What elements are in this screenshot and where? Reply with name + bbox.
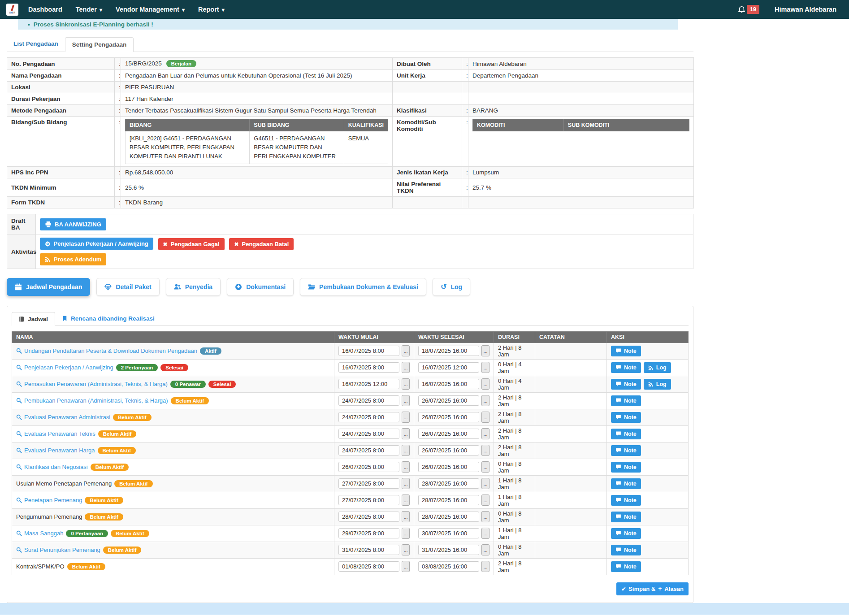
tab-penyedia[interactable]: Penyedia bbox=[166, 278, 221, 296]
waktu-mulai-input[interactable] bbox=[338, 462, 399, 472]
note-button[interactable]: Note bbox=[611, 379, 641, 390]
schedule-item-link[interactable]: Pemasukan Penawaran (Administrasi, Tekni… bbox=[24, 381, 168, 387]
note-button[interactable]: Note bbox=[611, 412, 641, 423]
note-button[interactable]: Note bbox=[611, 362, 641, 373]
note-button[interactable]: Note bbox=[611, 429, 641, 439]
waktu-mulai-input[interactable] bbox=[338, 528, 399, 538]
nav-tender[interactable]: Tender bbox=[76, 6, 102, 13]
waktu-mulai-picker-button[interactable]: ... bbox=[402, 395, 410, 406]
schedule-item-link[interactable]: Evaluasi Penawaran Harga bbox=[24, 447, 95, 454]
waktu-mulai-picker-button[interactable]: ... bbox=[402, 495, 410, 506]
waktu-mulai-input[interactable] bbox=[338, 395, 399, 406]
schedule-item-link[interactable]: Penetapan Pemenang bbox=[24, 497, 82, 503]
waktu-mulai-picker-button[interactable]: ... bbox=[402, 345, 410, 356]
waktu-mulai-input[interactable] bbox=[338, 429, 399, 439]
note-button[interactable]: Note bbox=[611, 495, 641, 506]
waktu-mulai-input[interactable] bbox=[338, 412, 399, 422]
waktu-selesai-picker-button[interactable]: ... bbox=[481, 478, 489, 489]
tab-jadwal-pengadaan[interactable]: Jadwal Pengadaan bbox=[7, 278, 90, 296]
nav-vendor-management[interactable]: Vendor Management bbox=[116, 6, 185, 13]
nav-dashboard[interactable]: Dashboard bbox=[28, 6, 62, 13]
schedule-item-link[interactable]: Klarifikasi dan Negosiasi bbox=[24, 464, 88, 470]
waktu-mulai-picker-button[interactable]: ... bbox=[402, 511, 410, 522]
simpan-alasan-button[interactable]: Simpan & Alasan bbox=[616, 582, 689, 595]
waktu-selesai-picker-button[interactable]: ... bbox=[481, 544, 489, 555]
note-button[interactable]: Note bbox=[611, 395, 641, 406]
waktu-mulai-picker-button[interactable]: ... bbox=[402, 428, 410, 439]
schedule-item-link[interactable]: Undangan Pendaftaran Peserta & Download … bbox=[24, 347, 197, 354]
waktu-mulai-input[interactable] bbox=[338, 495, 399, 505]
tab-list-pengadaan[interactable]: List Pengadaan bbox=[7, 37, 65, 52]
waktu-selesai-picker-button[interactable]: ... bbox=[481, 395, 489, 406]
note-button[interactable]: Note bbox=[611, 445, 641, 456]
waktu-mulai-input[interactable] bbox=[338, 445, 399, 455]
waktu-selesai-input[interactable] bbox=[418, 395, 479, 406]
waktu-mulai-input[interactable] bbox=[338, 346, 399, 356]
waktu-mulai-picker-button[interactable]: ... bbox=[402, 445, 410, 456]
waktu-selesai-picker-button[interactable]: ... bbox=[481, 378, 489, 390]
waktu-mulai-input[interactable] bbox=[338, 512, 399, 522]
waktu-selesai-picker-button[interactable]: ... bbox=[481, 362, 489, 373]
tab-rencana-dibanding-realisasi[interactable]: Rencana dibanding Realisasi bbox=[55, 312, 161, 325]
waktu-selesai-input[interactable] bbox=[418, 495, 479, 505]
waktu-selesai-picker-button[interactable]: ... bbox=[481, 428, 489, 439]
waktu-selesai-picker-button[interactable]: ... bbox=[481, 495, 489, 506]
waktu-selesai-input[interactable] bbox=[418, 462, 479, 472]
tab-detail-paket[interactable]: Detail Paket bbox=[96, 278, 159, 296]
waktu-mulai-input[interactable] bbox=[338, 545, 399, 555]
schedule-item-link[interactable]: Pembukaan Penawaran (Administrasi, Tekni… bbox=[24, 397, 168, 404]
waktu-mulai-picker-button[interactable]: ... bbox=[402, 478, 410, 489]
waktu-mulai-picker-button[interactable]: ... bbox=[402, 362, 410, 373]
waktu-selesai-picker-button[interactable]: ... bbox=[481, 445, 489, 456]
waktu-selesai-picker-button[interactable]: ... bbox=[481, 345, 489, 356]
nav-report[interactable]: Report bbox=[198, 6, 225, 13]
waktu-selesai-input[interactable] bbox=[418, 528, 479, 538]
waktu-selesai-picker-button[interactable]: ... bbox=[481, 461, 489, 473]
waktu-mulai-picker-button[interactable]: ... bbox=[402, 378, 410, 390]
waktu-selesai-picker-button[interactable]: ... bbox=[481, 511, 489, 522]
note-button[interactable]: Note bbox=[611, 346, 641, 356]
tab-pembukaan-dokumen-evaluasi[interactable]: Pembukaan Dokumen & Evaluasi bbox=[300, 278, 426, 296]
waktu-selesai-picker-button[interactable]: ... bbox=[481, 528, 489, 539]
waktu-mulai-picker-button[interactable]: ... bbox=[402, 544, 410, 555]
waktu-selesai-picker-button[interactable]: ... bbox=[481, 412, 489, 423]
log-button[interactable]: Log bbox=[644, 379, 671, 390]
app-logo[interactable]: SIER bbox=[6, 4, 18, 16]
waktu-mulai-input[interactable] bbox=[338, 478, 399, 489]
waktu-mulai-picker-button[interactable]: ... bbox=[402, 561, 410, 572]
note-button[interactable]: Note bbox=[611, 512, 641, 522]
waktu-selesai-input[interactable] bbox=[418, 379, 479, 389]
waktu-mulai-input[interactable] bbox=[338, 379, 399, 389]
waktu-selesai-input[interactable] bbox=[418, 412, 479, 422]
schedule-item-link[interactable]: Masa Sanggah bbox=[24, 530, 63, 537]
proses-adendum-button[interactable]: Proses Adendum bbox=[40, 253, 106, 265]
waktu-selesai-input[interactable] bbox=[418, 346, 479, 356]
waktu-selesai-input[interactable] bbox=[418, 478, 479, 489]
waktu-selesai-picker-button[interactable]: ... bbox=[481, 561, 489, 572]
schedule-item-link[interactable]: Evaluasi Penawaran Administrasi bbox=[24, 414, 110, 421]
tab-jadwal[interactable]: Jadwal bbox=[12, 312, 55, 326]
pengadaan-batal-button[interactable]: Pengadaan Batal bbox=[229, 238, 294, 250]
tab-dokumentasi[interactable]: Dokumentasi bbox=[227, 278, 294, 296]
schedule-item-link[interactable]: Penjelasan Pekerjaan / Aanwijzing bbox=[24, 364, 113, 371]
tab-log[interactable]: Log bbox=[433, 278, 470, 296]
schedule-item-link[interactable]: Surat Penunjukan Pemenang bbox=[24, 547, 100, 553]
waktu-mulai-picker-button[interactable]: ... bbox=[402, 412, 410, 423]
waktu-mulai-input[interactable] bbox=[338, 362, 399, 373]
notifications-button[interactable]: 19 bbox=[738, 5, 759, 14]
note-button[interactable]: Note bbox=[611, 561, 641, 572]
log-button[interactable]: Log bbox=[644, 362, 671, 373]
waktu-mulai-input[interactable] bbox=[338, 561, 399, 572]
note-button[interactable]: Note bbox=[611, 528, 641, 539]
note-button[interactable]: Note bbox=[611, 545, 641, 555]
schedule-item-link[interactable]: Evaluasi Penawaran Teknis bbox=[24, 430, 95, 437]
penjelasan-pekerjaan-button[interactable]: Penjelasan Pekerjaan / Aanwijzing bbox=[40, 238, 153, 250]
ba-aanwijzing-button[interactable]: BA AANWIJZING bbox=[40, 218, 106, 230]
waktu-selesai-input[interactable] bbox=[418, 545, 479, 555]
waktu-selesai-input[interactable] bbox=[418, 362, 479, 373]
note-button[interactable]: Note bbox=[611, 462, 641, 473]
user-menu[interactable]: Himawan Aldebaran bbox=[775, 6, 836, 13]
waktu-mulai-picker-button[interactable]: ... bbox=[402, 461, 410, 473]
tab-setting-pengadaan[interactable]: Setting Pengadaan bbox=[65, 37, 134, 52]
pengadaan-gagal-button[interactable]: Pengadaan Gagal bbox=[158, 238, 225, 250]
